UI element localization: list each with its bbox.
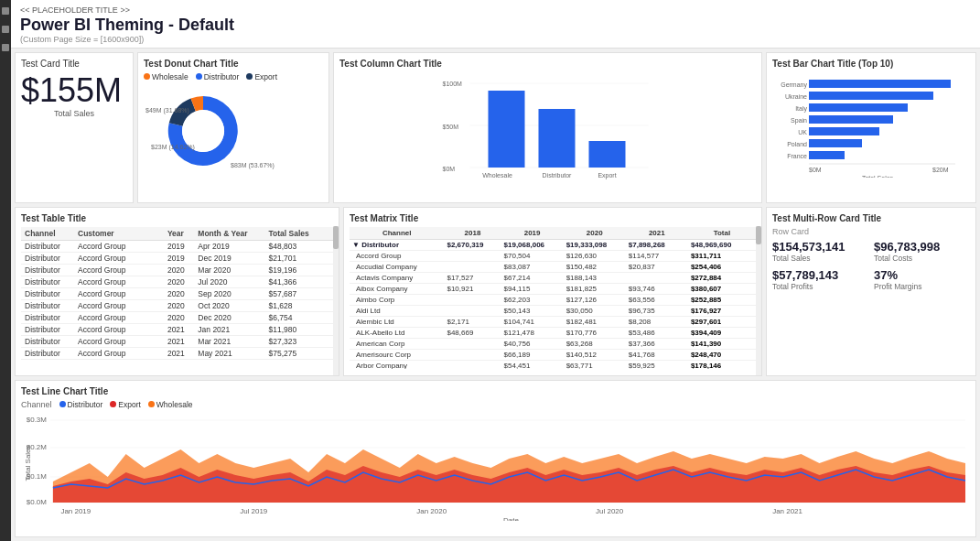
- matrix-scroll[interactable]: Channel 2018 2019 2020 2021 Total: [350, 227, 756, 369]
- table-row: DistributorAccord Group2020Jul 2020$41,3…: [21, 276, 333, 287]
- matrix-col-2021[interactable]: 2021: [626, 227, 688, 240]
- content-area: Test Card Title $155M Total Sales Test D…: [11, 49, 980, 541]
- header: << PLACEHOLDER TITLE >> Power BI Theming…: [11, 0, 980, 49]
- svg-rect-26: [809, 139, 862, 147]
- margins-label: Profit Margins: [874, 282, 970, 291]
- donut-label-1: $23M (14.62%): [151, 144, 195, 151]
- svg-text:Total Sales: Total Sales: [24, 445, 32, 481]
- table-row: DistributorAccord Group2020Mar 2020$19,1…: [21, 264, 333, 276]
- column-chart-svg: $100M $50M $0M Wholesal: [339, 72, 756, 182]
- matrix-card: Test Matrix Title Channel 2018 2019 2020: [343, 207, 762, 376]
- table-row: DistributorAccord Group2020Sep 2020$57,6…: [21, 287, 333, 299]
- svg-rect-22: [809, 92, 933, 100]
- distributor-dot: [196, 73, 202, 80]
- line-chart-card: Test Line Chart Title Channel Distributo…: [15, 380, 976, 537]
- test-card-title: Test Card Title: [21, 59, 127, 69]
- col-year[interactable]: Year: [164, 227, 194, 241]
- legend-line-distributor: Distributor: [59, 400, 103, 409]
- export-dot: [246, 73, 253, 80]
- donut-label-2: $83M (53.67%): [231, 162, 275, 169]
- svg-text:Wholesale: Wholesale: [482, 172, 512, 179]
- table-icon[interactable]: [2, 26, 9, 33]
- matrix-col-total[interactable]: Total: [688, 227, 756, 240]
- line-wholesale-dot: [148, 401, 155, 407]
- bottom-row: Test Line Chart Title Channel Distributo…: [15, 380, 976, 537]
- svg-text:Spain: Spain: [791, 117, 807, 124]
- line-legend: Channel Distributor Export: [21, 400, 970, 409]
- page-title: Power BI Theming - Default: [20, 16, 971, 35]
- line-export-dot: [110, 401, 116, 407]
- matrix-row: Arbor Company$54,451$63,771$59,925$178,1…: [350, 360, 756, 369]
- matrix-scrollbar[interactable]: [756, 226, 761, 375]
- svg-text:$20M: $20M: [932, 167, 949, 173]
- donut-chart-title: Test Donut Chart Title: [144, 59, 323, 69]
- col-month[interactable]: Month & Year: [194, 227, 264, 241]
- top-row: Test Card Title $155M Total Sales Test D…: [15, 52, 976, 203]
- matrix-col-2020[interactable]: 2020: [564, 227, 626, 240]
- svg-rect-8: [539, 109, 576, 168]
- grid-icon[interactable]: [2, 7, 9, 15]
- bar-chart-svg: Germany Ukraine Italy Spain UK Poland Fr…: [772, 72, 974, 178]
- svg-rect-7: [489, 91, 525, 168]
- col-channel[interactable]: Channel: [21, 227, 74, 241]
- matrix-row: Aibox Company$10,921$94,115$181,825$93,7…: [350, 283, 756, 294]
- multirow-item-total-costs: $96,783,998 Total Costs: [874, 240, 970, 263]
- svg-text:Jul 2020: Jul 2020: [596, 507, 624, 515]
- total-profits-val: $57,789,143: [772, 268, 868, 282]
- table-row: DistributorAccord Group2020Dec 2020$6,75…: [21, 311, 333, 323]
- table-row: DistributorAccord Group2021May 2021$75,2…: [21, 347, 333, 359]
- table-row: DistributorAccord Group2020Oct 2020$1,62…: [21, 299, 333, 311]
- column-chart-title: Test Column Chart Title: [339, 59, 756, 69]
- multirow-item-margins: 37% Profit Margins: [874, 268, 970, 291]
- table-row: DistributorAccord Group2021Mar 2021$27,3…: [21, 335, 333, 347]
- scroll-thumb: [333, 226, 339, 249]
- donut-chart-card: Test Donut Chart Title Wholesale Distrib…: [137, 52, 329, 203]
- scrollbar[interactable]: [333, 226, 339, 375]
- matrix-row: Aldi Ltd$50,143$30,050$96,735$176,927: [350, 305, 756, 316]
- multirow-title: Test Multi-Row Card Title: [772, 213, 970, 223]
- svg-text:$0.0M: $0.0M: [27, 498, 47, 506]
- svg-rect-23: [809, 103, 908, 112]
- matrix-col-channel[interactable]: Channel: [350, 227, 444, 240]
- total-costs-val: $96,783,998: [874, 240, 970, 254]
- svg-text:Distributor: Distributor: [543, 172, 573, 179]
- total-sales-item-label: Total Sales: [772, 254, 868, 263]
- line-chart-svg: $0.3M $0.2M $0.1M $0.0M Total Sales: [21, 413, 970, 521]
- wholesale-label: Wholesale: [152, 72, 188, 81]
- legend-wholesale: Wholesale: [144, 72, 188, 81]
- svg-text:Jan 2021: Jan 2021: [772, 507, 802, 515]
- svg-text:Jul 2019: Jul 2019: [240, 507, 268, 515]
- matrix-scroll-thumb: [756, 226, 761, 244]
- col-sales[interactable]: Total Sales: [264, 227, 333, 241]
- svg-text:$0.3M: $0.3M: [27, 416, 47, 424]
- svg-text:$50M: $50M: [443, 124, 459, 130]
- col-customer[interactable]: Customer: [74, 227, 164, 241]
- matrix-row: Actavis Company$17,527$67,214$188,143$27…: [350, 272, 756, 283]
- matrix-row: Aimbo Corp$62,203$127,126$63,556$252,885: [350, 294, 756, 305]
- matrix-group-header: ▼ Distributor $2,670,319 $19,068,006 $19…: [350, 239, 756, 250]
- svg-rect-24: [809, 115, 893, 124]
- matrix-col-2019[interactable]: 2019: [501, 227, 564, 240]
- page-subtitle: (Custom Page Size = [1600x900]): [20, 35, 971, 44]
- svg-text:France: France: [787, 153, 807, 159]
- table-row: DistributorAccord Group2019Apr 2019$48,8…: [21, 240, 333, 252]
- matrix-col-2018[interactable]: 2018: [444, 227, 501, 240]
- svg-text:Ukraine: Ukraine: [785, 93, 807, 100]
- svg-text:Jan 2019: Jan 2019: [60, 507, 91, 515]
- svg-text:Jan 2020: Jan 2020: [416, 507, 447, 515]
- table-row: DistributorAccord Group2021Jan 2021$11,9…: [21, 323, 333, 335]
- test-card: Test Card Title $155M Total Sales: [15, 52, 134, 203]
- donut-legend: Wholesale Distributor Export: [144, 72, 323, 81]
- filter-icon[interactable]: [2, 44, 9, 51]
- svg-text:Italy: Italy: [795, 105, 807, 113]
- matrix-row: Alembic Ltd$2,171$104,741$182,481$8,208$…: [350, 316, 756, 327]
- legend-line-wholesale: Wholesale: [148, 400, 193, 409]
- total-costs-label: Total Costs: [874, 254, 970, 263]
- table-scroll[interactable]: Channel Customer Year Month & Year Total…: [21, 227, 333, 360]
- svg-text:Poland: Poland: [787, 141, 807, 147]
- total-sales-value: $155M: [21, 74, 127, 107]
- matrix-title: Test Matrix Title: [350, 213, 756, 223]
- svg-rect-21: [809, 80, 951, 88]
- svg-text:$0M: $0M: [443, 166, 456, 172]
- donut-label-3: $49M (31.68%): [145, 107, 189, 114]
